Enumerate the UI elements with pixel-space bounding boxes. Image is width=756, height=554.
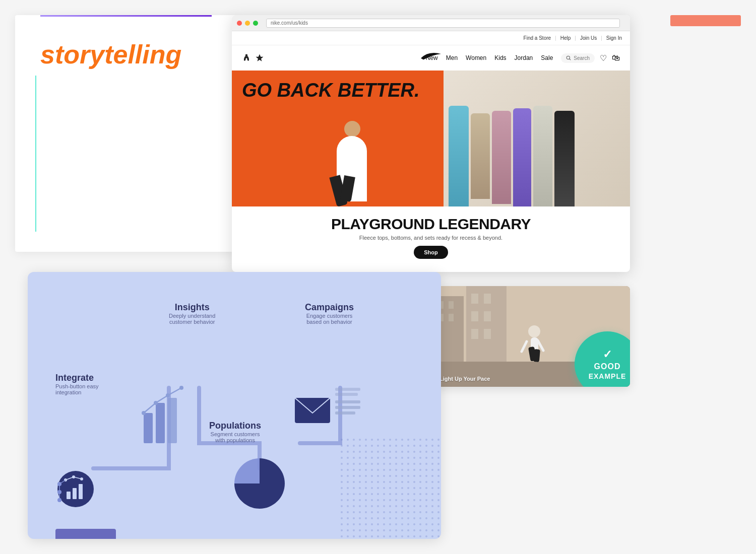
insights-sub1: Deeply understand: [169, 313, 215, 319]
svg-rect-38: [67, 492, 71, 499]
playground-subtitle: Fleece tops, bottoms, and sets ready for…: [242, 235, 620, 241]
svg-rect-34: [335, 411, 355, 414]
salmon-bar: [670, 15, 741, 26]
campaigns-label: Campaigns: [305, 302, 354, 313]
svg-rect-24: [144, 413, 153, 443]
join-us-link[interactable]: Join Us: [580, 35, 597, 41]
campaigns-node: Campaigns Engage customers based on beha…: [305, 302, 354, 325]
hero-right-panel: [444, 71, 630, 206]
browser-close-dot[interactable]: [237, 21, 242, 26]
find-store-link[interactable]: Find a Store: [524, 35, 551, 41]
product-card: Light Up Your Pace ✓ GOOD EXAMPLE: [433, 286, 630, 387]
shop-button[interactable]: Shop: [414, 246, 448, 259]
campaigns-sub2: based on behavior: [305, 319, 354, 325]
nav-items: New Men Women Kids Jordan Sale: [426, 54, 553, 61]
integrate-sub2: integration: [55, 389, 99, 395]
utility-bar: Find a Store | Help | Join Us | Sign In: [232, 31, 630, 45]
nav-women[interactable]: Women: [466, 54, 486, 61]
address-bar[interactable]: nike.com/us/kids: [266, 19, 620, 28]
kid-3: [492, 111, 511, 204]
svg-rect-36: [335, 388, 360, 391]
nav-jordan[interactable]: Jordan: [515, 54, 533, 61]
hero-headline: GO BACK BETTER.: [242, 81, 420, 100]
svg-rect-21: [533, 349, 540, 362]
bottom-purple-bar: [55, 529, 116, 539]
storytelling-title: storytelling: [40, 40, 217, 69]
top-accent-line: [40, 15, 212, 17]
address-text: nike.com/us/kids: [271, 20, 308, 26]
brand-icons: [242, 53, 264, 62]
nav-sale[interactable]: Sale: [541, 54, 553, 61]
browser-maximize-dot[interactable]: [253, 21, 258, 26]
main-nav: New Men Women Kids Jordan Sale Search ♡ …: [426, 53, 620, 63]
integrate-label: Integrate: [55, 373, 99, 383]
svg-rect-12: [484, 294, 491, 304]
badge-example-text: EXAMPLE: [589, 372, 626, 380]
action-icons: ♡ 🛍: [600, 53, 620, 63]
search-label: Search: [574, 55, 590, 61]
svg-rect-26: [168, 398, 177, 443]
svg-rect-25: [156, 403, 165, 443]
help-link[interactable]: Help: [560, 35, 571, 41]
kid-1: [449, 106, 469, 206]
populations-sub1: Segment customers: [209, 431, 261, 437]
badge-check-icon: ✓: [603, 348, 612, 361]
svg-rect-13: [471, 311, 478, 321]
converse-icon: [255, 53, 264, 62]
jordan-icon: [242, 53, 251, 62]
playground-title: PLAYGROUND LEGENDARY: [242, 216, 620, 233]
search-bar[interactable]: Search: [561, 53, 595, 63]
hero-figure: [317, 96, 387, 206]
figure-head: [344, 121, 360, 137]
nav-men[interactable]: Men: [446, 54, 458, 61]
browser-minimize-dot[interactable]: [245, 21, 250, 26]
analytics-inner: Integrate Push-button easy integration I…: [28, 272, 441, 539]
svg-point-18: [528, 325, 540, 337]
nav-kids[interactable]: Kids: [494, 54, 506, 61]
sign-in-link[interactable]: Sign In: [606, 35, 622, 41]
kid-2: [471, 113, 490, 199]
integrate-sub1: Push-button easy: [55, 383, 99, 389]
populations-node: Populations Segment customers with popul…: [209, 421, 261, 443]
wishlist-icon[interactable]: ♡: [600, 53, 607, 63]
svg-rect-53: [340, 438, 441, 539]
integrate-node: Integrate Push-button easy integration: [55, 373, 99, 395]
svg-rect-40: [79, 484, 83, 499]
svg-rect-7: [449, 301, 454, 309]
svg-rect-39: [73, 488, 77, 499]
database-icon: [55, 469, 96, 509]
populations-label: Populations: [209, 421, 261, 431]
kid-5: [533, 106, 552, 206]
svg-rect-32: [335, 400, 360, 403]
kid-6: [554, 111, 575, 206]
kid-4: [513, 108, 531, 206]
svg-point-28: [154, 401, 158, 405]
populations-sub2: with populations: [209, 437, 261, 443]
content-area: PLAYGROUND LEGENDARY Fleece tops, bottom…: [232, 206, 630, 266]
svg-rect-33: [335, 406, 360, 409]
svg-point-27: [142, 411, 146, 415]
cart-icon[interactable]: 🛍: [612, 53, 620, 63]
svg-point-29: [166, 393, 170, 397]
svg-point-30: [179, 386, 183, 390]
svg-rect-14: [484, 311, 491, 321]
kids-group: [444, 71, 630, 206]
campaigns-sub1: Engage customers: [305, 313, 354, 319]
svg-rect-35: [335, 393, 358, 396]
nike-logo-bar: New Men Women Kids Jordan Sale Search ♡ …: [232, 45, 630, 71]
badge-good-text: GOOD: [594, 362, 621, 371]
insights-label: Insights: [169, 302, 215, 313]
insights-sub2: customer behavior: [169, 319, 215, 325]
search-icon: [566, 55, 571, 60]
insights-node: Insights Deeply understand customer beha…: [169, 302, 215, 325]
svg-rect-9: [449, 314, 454, 321]
svg-rect-31: [295, 398, 330, 423]
nav-new[interactable]: New: [426, 54, 438, 61]
svg-line-3: [570, 59, 571, 60]
database-icon-container: [55, 469, 96, 511]
svg-rect-15: [471, 329, 478, 339]
product-caption: Light Up Your Pace: [439, 376, 490, 382]
nike-browser-window: nike.com/us/kids Find a Store | Help | J…: [232, 15, 630, 272]
browser-chrome: nike.com/us/kids: [232, 15, 630, 31]
storytelling-panel: storytelling: [15, 15, 237, 252]
